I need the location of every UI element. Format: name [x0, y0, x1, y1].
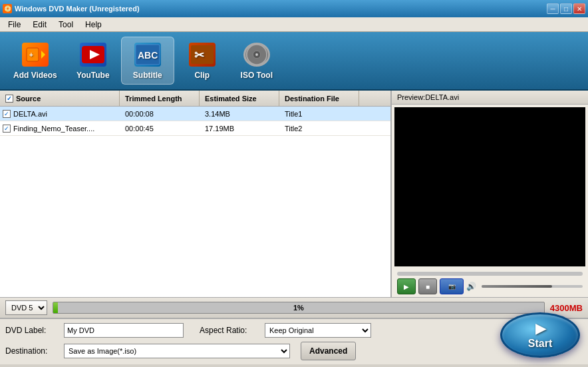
svg-text:+: + [29, 51, 33, 59]
clip-icon: ✂ [189, 43, 216, 67]
play-button[interactable]: ▶ [397, 278, 416, 294]
file-name-cell: DELTA.avi [0, 110, 120, 118]
main-content: Source Trimmed Length Estimated Size Des… [0, 91, 588, 297]
svg-marker-1 [41, 51, 45, 59]
snapshot-button[interactable]: 📷 [440, 278, 464, 294]
destination-select[interactable]: Save as Image(*.iso) Burn to Disc Save t… [64, 344, 290, 358]
toolbar: + Add Videos YouTube [0, 32, 588, 91]
stop-button[interactable]: ■ [418, 278, 437, 294]
select-all-checkbox[interactable] [5, 95, 13, 103]
file-list-body: DELTA.avi 00:00:08 3.14MB Title1 Finding… [0, 107, 390, 297]
menu-bar: File Edit Tool Help [0, 17, 588, 32]
size-cell: 3.14MB [200, 110, 279, 118]
menu-edit[interactable]: Edit [27, 19, 52, 31]
dvd-label-text: DVD Label: [5, 326, 59, 335]
youtube-label: YouTube [76, 71, 110, 80]
start-button-container: ▶ Start [500, 312, 580, 358]
title-bar: 📀 Windows DVD Maker (Unregistered) ─ □ ✕ [0, 0, 588, 17]
dest-cell-2: Title2 [279, 125, 359, 133]
preview-panel: Preview:DELTA.avi ▶ ■ 📷 🔊 [391, 91, 588, 297]
minimize-button[interactable]: ─ [547, 3, 559, 14]
volume-icon: 🔊 [466, 282, 476, 291]
clip-label: Clip [194, 71, 210, 80]
close-button[interactable]: ✕ [573, 3, 585, 14]
row-checkbox-1[interactable] [3, 110, 11, 118]
seek-slider-row [397, 272, 583, 276]
header-size: Estimated Size [200, 91, 279, 106]
aspect-ratio-text: Aspect Ratio: [200, 326, 259, 335]
progress-label: 1% [293, 304, 304, 312]
subtitle-icon: ABC [134, 43, 161, 67]
row-checkbox-2[interactable] [3, 125, 11, 133]
svg-text:✂: ✂ [194, 49, 205, 62]
destination-text: Destination: [5, 346, 59, 356]
window-title: Windows DVD Maker (Unregistered) [15, 5, 140, 13]
dvd-type-select[interactable]: DVD 5 DVD 9 [5, 300, 47, 315]
svg-text:ABC: ABC [138, 50, 158, 61]
iso-tool-label: ISO Tool [241, 71, 273, 80]
window-controls: ─ □ ✕ [547, 3, 585, 14]
dest-cell: Title1 [279, 110, 359, 118]
maximize-button[interactable]: □ [560, 3, 572, 14]
preview-title: Preview:DELTA.avi [392, 91, 588, 105]
file-list-header: Source Trimmed Length Estimated Size Des… [0, 91, 390, 107]
subtitle-button[interactable]: ABC Subtitle [121, 37, 174, 85]
youtube-icon [80, 43, 106, 67]
preview-controls: ▶ ■ 📷 🔊 [392, 269, 588, 297]
clip-button[interactable]: ✂ Clip [176, 37, 229, 85]
app-icon: 📀 [3, 4, 12, 13]
advanced-button[interactable]: Advanced [301, 342, 356, 360]
add-videos-button[interactable]: + Add Videos [5, 37, 65, 85]
progress-fill [53, 302, 58, 313]
size-cell-2: 17.19MB [200, 125, 279, 133]
playback-controls: ▶ ■ 📷 🔊 [397, 278, 583, 294]
header-dest: Destination File [279, 91, 359, 106]
trimmed-length-cell-2: 00:00:45 [120, 125, 200, 133]
progress-container: 1% [53, 302, 545, 314]
youtube-button[interactable]: YouTube [67, 37, 120, 85]
add-videos-label: Add Videos [13, 71, 57, 80]
preview-video [394, 107, 585, 266]
destination-row: Destination: Save as Image(*.iso) Burn t… [5, 342, 583, 360]
progress-bar: 1% [53, 302, 545, 314]
add-videos-icon: + [22, 43, 49, 67]
start-label: Start [528, 338, 552, 350]
aspect-ratio-select[interactable]: Keep Original 4:3 16:9 [265, 323, 371, 338]
trimmed-length-cell: 00:00:08 [120, 110, 200, 118]
header-trimmed: Trimmed Length [120, 91, 200, 106]
table-row[interactable]: Finding_Nemo_Teaser.... 00:00:45 17.19MB… [0, 121, 390, 136]
subtitle-label: Subtitle [133, 71, 162, 80]
iso-tool-button[interactable]: ISO Tool [230, 37, 283, 85]
iso-tool-icon [243, 43, 270, 67]
settings-area: DVD Label: Aspect Ratio: Keep Original 4… [0, 318, 588, 364]
dvd-label-row: DVD Label: Aspect Ratio: Keep Original 4… [5, 323, 583, 338]
volume-slider[interactable] [482, 285, 583, 288]
dvd-label-input[interactable] [64, 323, 184, 338]
table-row[interactable]: DELTA.avi 00:00:08 3.14MB Title1 [0, 107, 390, 121]
start-icon: ▶ [535, 320, 545, 336]
menu-tool[interactable]: Tool [53, 19, 78, 31]
start-button[interactable]: ▶ Start [500, 312, 580, 358]
header-source: Source [0, 91, 120, 106]
file-list-panel: Source Trimmed Length Estimated Size Des… [0, 91, 391, 297]
menu-help[interactable]: Help [80, 19, 107, 31]
menu-file[interactable]: File [3, 19, 26, 31]
seek-slider[interactable] [397, 272, 583, 276]
svg-point-11 [255, 53, 258, 56]
file-name-cell-2: Finding_Nemo_Teaser.... [0, 125, 120, 133]
capacity-label: 4300MB [550, 303, 583, 313]
